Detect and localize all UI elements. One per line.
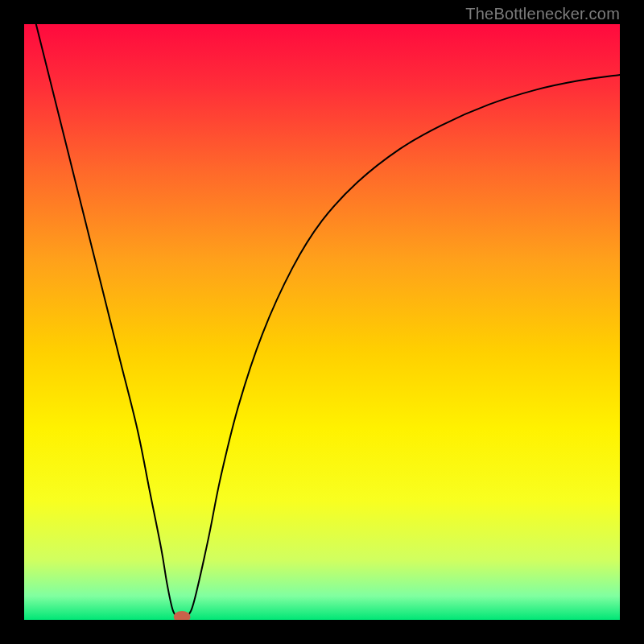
chart-background [24, 24, 620, 620]
chart-frame [24, 24, 620, 620]
bottleneck-chart [24, 24, 620, 620]
attribution-label: TheBottlenecker.com [465, 5, 620, 23]
